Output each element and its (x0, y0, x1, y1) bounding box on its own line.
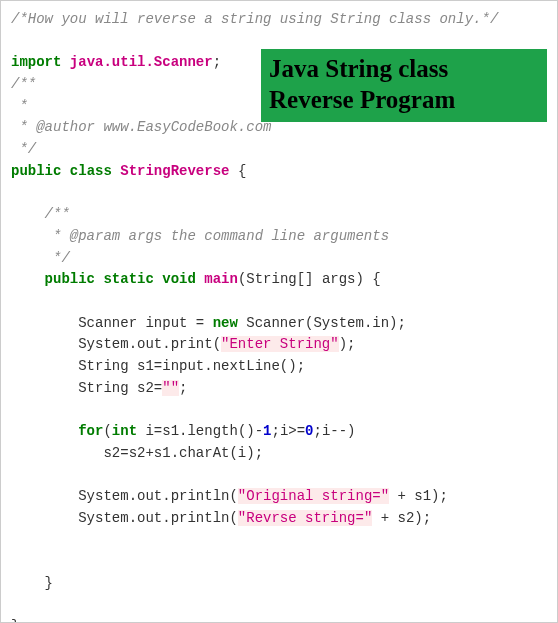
public-kw: public (11, 163, 61, 179)
title-banner: Java String class Reverse Program (261, 49, 547, 122)
string-literal: "" (162, 380, 179, 396)
top-comment: /*How you will reverse a string using St… (11, 9, 547, 31)
string-literal: "Revrse string=" (238, 510, 372, 526)
println-rev: System.out.println("Revrse string=" + s2… (11, 508, 547, 530)
doc2-open: /** (11, 204, 547, 226)
doc2-param: * @param args the command line arguments (11, 226, 547, 248)
import-keyword: import (11, 54, 61, 70)
println-orig: System.out.println("Original string=" + … (11, 486, 547, 508)
banner-line2: Reverse Program (269, 84, 537, 115)
doc-close: */ (11, 139, 547, 161)
string-literal: "Original string=" (238, 488, 389, 504)
blank-line (11, 183, 547, 205)
scanner-line: Scanner input = new Scanner(System.in); (11, 313, 547, 335)
close-method: } (11, 573, 547, 595)
int-kw: int (112, 423, 137, 439)
print-line: System.out.print("Enter String"); (11, 334, 547, 356)
blank-line (11, 530, 547, 552)
s2-decl: String s2=""; (11, 378, 547, 400)
close-class: } (11, 616, 547, 623)
string-literal: "Enter String" (221, 336, 339, 352)
new-kw: new (213, 315, 238, 331)
class-decl: public class StringReverse { (11, 161, 547, 183)
for-line: for(int i=s1.length()-1;i>=0;i--) (11, 421, 547, 443)
banner-line1: Java String class (269, 53, 537, 84)
for-kw: for (78, 423, 103, 439)
blank-line (11, 595, 547, 617)
blank-line (11, 551, 547, 573)
static-kw: static (103, 271, 153, 287)
class-name: StringReverse (120, 163, 229, 179)
blank-line (11, 399, 547, 421)
main-decl: public static void main(String[] args) { (11, 269, 547, 291)
main-params: (String[] args) { (238, 271, 381, 287)
number-literal: 1 (263, 423, 271, 439)
main-kw: main (204, 271, 238, 287)
import-package: java.util.Scanner (70, 54, 213, 70)
blank-line (11, 291, 547, 313)
s1-decl: String s1=input.nextLine(); (11, 356, 547, 378)
void-kw: void (162, 271, 196, 287)
for-body: s2=s2+s1.charAt(i); (11, 443, 547, 465)
class-kw: class (70, 163, 112, 179)
blank-line (11, 464, 547, 486)
public-kw: public (45, 271, 95, 287)
number-literal: 0 (305, 423, 313, 439)
doc2-close: */ (11, 248, 547, 270)
